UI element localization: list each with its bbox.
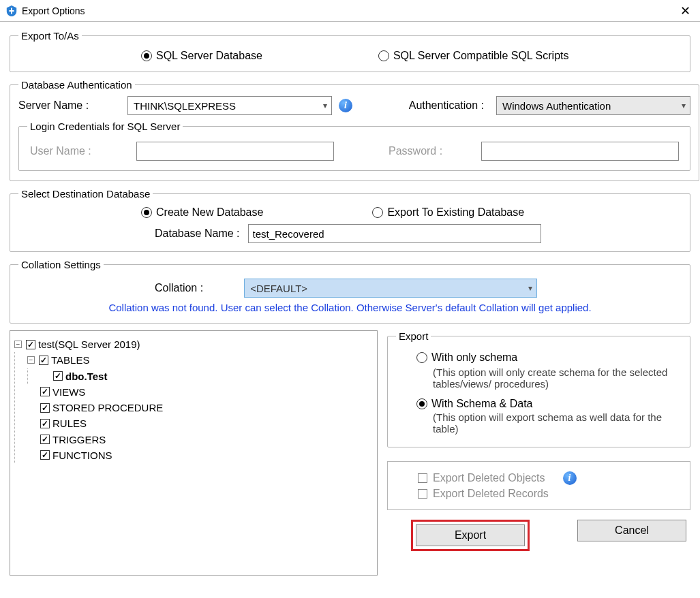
export-button[interactable]: Export: [416, 524, 525, 546]
radio-unselected-icon: [378, 50, 389, 61]
password-label: Password :: [389, 145, 470, 157]
destination-db-group: Select Destination Database Create New D…: [10, 188, 690, 252]
radio-schema-data[interactable]: With Schema & Data: [416, 398, 533, 410]
chevron-down-icon: ▾: [528, 283, 532, 293]
export-to-legend: Export To/As: [18, 30, 82, 42]
tree-root[interactable]: test(SQL Server 2019): [38, 336, 140, 352]
collation-note: Collation was not found. User can select…: [18, 302, 682, 315]
username-label: User Name :: [30, 145, 125, 157]
login-credentials-legend: Login Credentials for SQL Server: [27, 121, 183, 132]
db-name-input[interactable]: [248, 224, 541, 243]
info-icon[interactable]: i: [339, 99, 352, 112]
checkbox[interactable]: [39, 356, 48, 365]
radio-selected-icon: [141, 207, 152, 218]
export-to-group: Export To/As SQL Server Database SQL Ser…: [10, 30, 690, 72]
checkbox[interactable]: [40, 419, 50, 428]
checkbox[interactable]: [53, 371, 63, 381]
tree-rules[interactable]: RULES: [52, 415, 87, 431]
export-mode-group: Export With only schema (This option wil…: [387, 330, 690, 447]
radio-unselected-icon: [372, 207, 383, 218]
collation-legend: Collation Settings: [18, 259, 104, 270]
db-auth-group: Database Authentication Server Name : TH…: [10, 79, 699, 181]
login-credentials-group: Login Credentials for SQL Server User Na…: [18, 121, 690, 171]
collation-combo[interactable]: <DEFAULT> ▾: [244, 279, 537, 298]
radio-selected-icon: [416, 398, 427, 409]
db-name-label: Database Name :: [155, 227, 240, 240]
collation-label: Collation :: [155, 282, 203, 294]
close-icon[interactable]: ✕: [676, 5, 695, 17]
schema-only-desc: (This option will only create schema for…: [416, 366, 682, 390]
export-mode-legend: Export: [396, 330, 431, 342]
server-name-combo[interactable]: THINK\SQLEXPRESS ▾: [127, 96, 332, 115]
username-input[interactable]: [136, 142, 334, 161]
password-input[interactable]: [481, 142, 679, 161]
window-title: Export Options: [22, 5, 676, 16]
collation-group: Collation Settings Collation : <DEFAULT>…: [10, 259, 690, 324]
title-bar: Export Options ✕: [0, 0, 700, 22]
radio-schema-only[interactable]: With only schema: [416, 351, 517, 364]
app-icon: [5, 5, 18, 17]
object-tree[interactable]: − test(SQL Server 2019) − TABLES: [10, 330, 378, 576]
collapse-icon[interactable]: −: [14, 341, 22, 348]
checkbox[interactable]: [40, 450, 50, 460]
radio-existing-db[interactable]: Export To Existing Database: [372, 206, 524, 219]
tree-sp[interactable]: STORED PROCEDURE: [52, 400, 163, 415]
authentication-combo[interactable]: Windows Authentication ▾: [496, 96, 690, 115]
checkbox[interactable]: [40, 403, 50, 413]
cancel-button[interactable]: Cancel: [577, 520, 686, 541]
chevron-down-icon: ▾: [682, 101, 686, 110]
checkbox-deleted-objects: [418, 473, 427, 483]
tree-tables[interactable]: TABLES: [51, 352, 89, 368]
tree-views[interactable]: VIEWS: [52, 384, 85, 400]
tree-triggers[interactable]: TRIGGERS: [52, 432, 106, 447]
radio-selected-icon: [141, 50, 152, 61]
checkbox[interactable]: [26, 340, 35, 349]
deleted-options-group: Export Deleted Objects i Export Deleted …: [387, 461, 690, 510]
authentication-label: Authentication :: [409, 99, 484, 112]
radio-unselected-icon: [416, 352, 427, 363]
radio-sql-scripts[interactable]: SQL Server Compatible SQL Scripts: [378, 50, 569, 62]
db-auth-legend: Database Authentication: [18, 79, 135, 91]
tree-table-item[interactable]: dbo.Test: [65, 368, 107, 384]
info-icon[interactable]: i: [563, 471, 577, 485]
checkbox[interactable]: [40, 387, 50, 396]
server-name-label: Server Name :: [18, 99, 121, 112]
tree-functions[interactable]: FUNCTIONS: [52, 447, 112, 463]
checkbox[interactable]: [40, 435, 50, 444]
chevron-down-icon: ▾: [323, 101, 327, 110]
checkbox-deleted-records: [418, 489, 427, 499]
destination-db-legend: Select Destination Database: [18, 188, 153, 200]
collapse-icon[interactable]: −: [27, 356, 35, 364]
export-button-highlight: Export: [411, 520, 530, 551]
schema-data-desc: (This option will export schema as well …: [416, 411, 682, 435]
radio-sql-server-db[interactable]: SQL Server Database: [141, 50, 262, 62]
radio-create-new-db[interactable]: Create New Database: [141, 206, 263, 219]
